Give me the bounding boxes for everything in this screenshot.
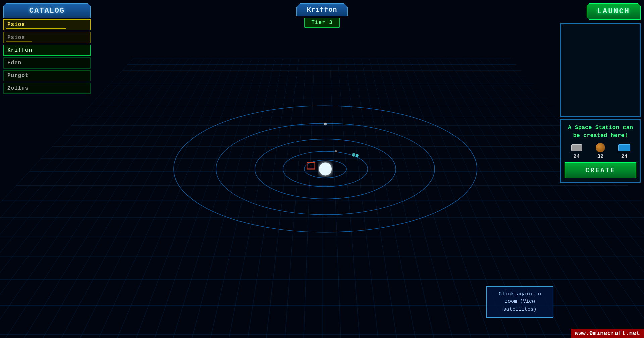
catalog-item-label: Psios [7,22,25,28]
svg-text:+: + [310,163,312,168]
svg-point-8 [352,153,356,157]
catalog-item-psios-active[interactable]: Psios [3,19,91,30]
launch-button[interactable]: LAUNCH [587,3,641,20]
svg-point-5 [319,163,332,176]
blue-icon-container [618,143,630,152]
catalog-item-label: Eden [7,60,21,66]
catalog-progress-bar [6,28,66,29]
svg-point-7 [356,154,358,157]
catalog-item-psios-inactive[interactable]: Psios [3,32,91,43]
create-button[interactable]: CREATE [565,162,636,178]
resources-row: 24 32 24 [565,143,636,160]
watermark-text: www.9minecraft.net [575,330,640,337]
catalog-item-label: Zollus [7,85,29,91]
space-station-info-text: A Space Station can be created here! [565,124,636,140]
steel-count: 24 [573,154,580,160]
sphere-icon-container [594,143,606,152]
sphere-icon [596,143,605,152]
blue-count: 24 [621,154,628,160]
catalog-item-eden[interactable]: Eden [3,57,91,69]
launch-label: LAUNCH [597,7,630,16]
svg-point-9 [335,150,337,152]
resource-steel: 24 [571,143,583,160]
catalog-item-purgot[interactable]: Purgot [3,70,91,81]
zoom-tooltip-text: Click again to zoom (View satellites) [499,291,541,312]
zoom-tooltip: Click again to zoom (View satellites) [486,286,553,318]
catalog-progress-bar [6,41,32,42]
catalog-header: CATALOG [3,3,91,18]
space-station-info-box: A Space Station can be created here! 24 … [560,119,641,183]
catalog-panel: CATALOG Psios Psios Kriffon Eden Purgot … [3,3,91,94]
catalog-title: CATALOG [29,7,65,15]
blue-icon [618,144,630,151]
catalog-item-label: Kriffon [7,47,32,53]
steel-icon [571,144,582,151]
svg-point-6 [324,123,327,125]
catalog-item-label: Purgot [7,73,29,79]
watermark: www.9minecraft.net [571,329,644,338]
preview-box [560,23,641,117]
catalog-item-kriffon[interactable]: Kriffon [3,45,91,56]
resource-blue: 24 [618,143,630,160]
catalog-item-label: Psios [7,35,25,41]
steel-icon-container [571,143,583,152]
right-panel: A Space Station can be created here! 24 … [560,23,641,183]
sphere-count: 32 [597,154,603,160]
resource-sphere: 32 [594,143,606,160]
catalog-item-zollus[interactable]: Zollus [3,83,91,94]
catalog-list: Psios Psios Kriffon Eden Purgot Zollus [3,19,91,94]
create-label: CREATE [585,166,615,174]
